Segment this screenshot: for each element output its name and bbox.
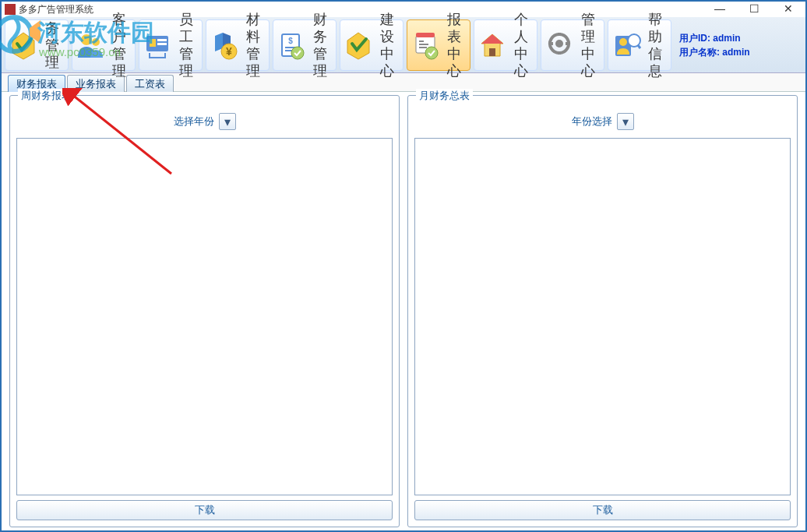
toolbar-label-line1: 报 表: [442, 11, 468, 45]
app-window: 多多广告管理系统 — ☐ ✕ 务 管 理 客 户 管 理: [0, 0, 807, 532]
panel-title-weekly: 周财务报表: [18, 89, 75, 103]
toolbar-btn-customer-mgmt[interactable]: 客 户 管 理: [72, 19, 136, 71]
svg-text:$: $: [289, 37, 294, 45]
toolbar-btn-task-mgmt[interactable]: 务 管 理: [5, 19, 69, 71]
chevron-down-icon: ▾: [622, 115, 629, 129]
minimize-button[interactable]: —: [703, 2, 737, 16]
user-id-value: admin: [713, 33, 740, 44]
svg-rect-15: [419, 41, 424, 42]
svg-point-20: [555, 40, 563, 48]
user-name-value: admin: [722, 47, 749, 58]
toolbar-btn-material-mgmt[interactable]: ¥ 材 料 管 理: [206, 19, 270, 71]
svg-rect-19: [489, 48, 495, 56]
mgmt-icon: [543, 28, 576, 62]
app-icon: [5, 4, 16, 15]
svg-rect-17: [419, 47, 427, 48]
panel-title-monthly: 月财务总表: [416, 89, 473, 103]
toolbar-label-line2: 中 心: [375, 45, 401, 79]
svg-point-0: [81, 34, 92, 45]
svg-point-12: [291, 47, 304, 59]
task-icon: [7, 28, 41, 62]
toolbar-btn-help-info[interactable]: 帮 助 信 息: [608, 19, 671, 71]
build-icon: [342, 28, 375, 62]
window-controls: — ☐ ✕: [703, 2, 805, 16]
help-icon: [610, 28, 643, 62]
year-select-label-right: 年份选择: [572, 115, 612, 129]
toolbar-label-line1: 个 人: [509, 11, 535, 45]
toolbar-label-line1: 客 户: [107, 11, 133, 45]
toolbar-label-line1: 帮 助: [643, 11, 669, 45]
close-button[interactable]: ✕: [771, 2, 805, 16]
customer-icon: [74, 28, 107, 62]
user-id-label: 用户ID:: [679, 33, 713, 44]
panel-weekly-finance: 周财务报表 选择年份 ▾ 下载: [9, 95, 400, 527]
svg-rect-5: [157, 43, 167, 45]
toolbar-label-line2: 中 心: [509, 45, 535, 79]
toolbar-btn-report-center[interactable]: 报 表 中 心: [407, 19, 470, 71]
toolbar-label-line2: 中 心: [442, 45, 468, 79]
toolbar-label-line2: 管 理: [241, 45, 267, 79]
svg-rect-16: [419, 44, 428, 45]
toolbar-label-line2: 管 理: [174, 45, 200, 79]
toolbar-label-line1: 员 工: [174, 11, 200, 45]
svg-line-24: [638, 45, 640, 48]
toolbar-label-line2: 管 理: [308, 45, 334, 79]
tab-salary-sheet[interactable]: 工资表: [126, 75, 174, 92]
toolbar-btn-finance-mgmt[interactable]: $ 财 务 管 理: [273, 19, 337, 71]
toolbar-label-line1: 材 料: [241, 11, 267, 45]
selector-row-left: 选择年份 ▾: [16, 107, 393, 138]
selector-row-right: 年份选择 ▾: [414, 107, 791, 138]
finance-icon: $: [275, 28, 308, 62]
download-button-left[interactable]: 下载: [16, 500, 393, 520]
staff-icon: [141, 28, 174, 62]
maximize-button[interactable]: ☐: [737, 2, 771, 16]
year-select-label-left: 选择年份: [174, 115, 214, 129]
report-icon: [409, 28, 442, 62]
svg-rect-4: [157, 39, 167, 41]
toolbar-label-line1: 管 理: [576, 11, 602, 45]
report-list-left[interactable]: [16, 138, 393, 495]
svg-rect-3: [150, 39, 156, 47]
material-icon: ¥: [208, 28, 241, 62]
toolbar-label-line1: 财 务: [308, 11, 334, 45]
user-name-label: 用户名称:: [679, 47, 722, 58]
main-toolbar: 务 管 理 客 户 管 理 员 工 管 理: [2, 17, 805, 73]
toolbar-label-line1: 建 设: [375, 11, 401, 45]
toolbar-btn-staff-mgmt[interactable]: 员 工 管 理: [139, 19, 203, 71]
content-area: 周财务报表 选择年份 ▾ 下载 月财务总表 年份选择 ▾ 下载: [5, 95, 802, 527]
report-list-right[interactable]: [414, 138, 791, 495]
toolbar-btn-build-center[interactable]: 建 设 中 心: [340, 19, 404, 71]
personal-icon: [476, 28, 509, 62]
toolbar-label-line2: 管 理: [107, 45, 133, 79]
toolbar-label-line2: 信 息: [643, 45, 669, 79]
chevron-down-icon: ▾: [224, 115, 231, 129]
svg-text:¥: ¥: [227, 45, 233, 58]
toolbar-btn-mgmt-center[interactable]: 管 理 中 心: [541, 19, 604, 71]
window-title: 多多广告管理系统: [19, 3, 93, 16]
year-dropdown-right[interactable]: ▾: [617, 113, 634, 130]
panel-monthly-finance: 月财务总表 年份选择 ▾ 下载: [407, 95, 798, 527]
toolbar-label-line2: 中 心: [576, 45, 602, 79]
toolbar-btn-personal-center[interactable]: 个 人 中 心: [474, 19, 537, 71]
svg-point-22: [619, 38, 627, 46]
year-dropdown-left[interactable]: ▾: [219, 113, 236, 130]
user-info: 用户ID: admin 用户名称: admin: [679, 31, 750, 59]
toolbar-label-line1: 务: [45, 19, 61, 37]
svg-rect-14: [416, 33, 435, 37]
toolbar-label-line2: 管 理: [41, 37, 66, 71]
svg-point-1: [92, 38, 100, 46]
svg-point-18: [425, 47, 438, 59]
download-button-right[interactable]: 下载: [414, 500, 791, 520]
